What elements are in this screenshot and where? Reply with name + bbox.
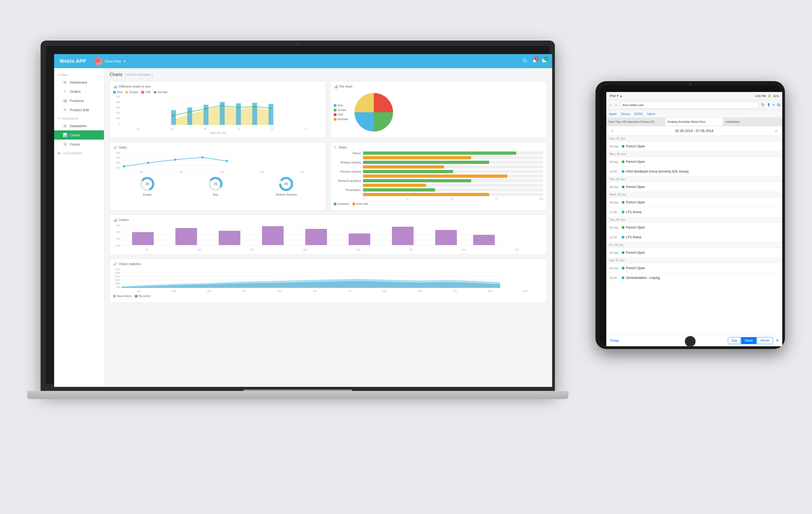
bookmark-apple[interactable]: Apple	[609, 112, 616, 116]
battery-level: 01%	[773, 94, 779, 98]
sidebar-item-datatables[interactable]: ⊞ Datatables	[54, 121, 104, 130]
event-dot	[622, 170, 625, 173]
chart5-title: 📊 Orders	[113, 218, 543, 222]
donut-row: 30 Europe 25	[113, 176, 323, 196]
chart3-canvas: 400300200100	[113, 151, 323, 173]
sidebar-label-product-edit: Product Edit	[70, 108, 89, 112]
event-dot	[622, 211, 625, 213]
donut-northern-america: 45 Northern America	[276, 176, 297, 196]
back-button[interactable]: ‹	[608, 102, 612, 108]
dashboard-icon: ⊞	[63, 80, 67, 84]
svg-point-31	[226, 160, 228, 162]
view-day-button[interactable]: Day	[728, 337, 741, 344]
cal-day-tue-03: Tue, 03 Jun	[606, 176, 782, 182]
app-user[interactable]: OP Oliver Parr ▾	[94, 57, 125, 65]
task-row-1: Report	[334, 151, 543, 155]
task-row-3: Partners meeting	[334, 170, 543, 173]
chart6-canvas: 30002500200015001000500	[113, 268, 543, 293]
chart1-title: 📊 Different charts in one	[113, 85, 323, 88]
add-event-button[interactable]: +	[776, 337, 779, 343]
svg-rect-45	[132, 232, 154, 245]
ios-status-bar: iPad ✦ ▲ 4:50 PM 🔋 01%	[606, 92, 782, 100]
view-week-button[interactable]: Week	[741, 337, 756, 344]
search-button[interactable]	[522, 58, 527, 64]
cal-day-wed-04: Wed, 04 Jun	[606, 192, 782, 198]
legend-item: Asia	[113, 91, 122, 94]
svg-point-19	[237, 106, 239, 109]
svg-rect-14	[268, 104, 273, 125]
task-row-2-inner	[334, 165, 543, 169]
donut-label-northern-america: Northern America	[276, 193, 297, 196]
sidebar-item-forms[interactable]: ☰ Forms	[54, 140, 104, 149]
sidebar-item-products[interactable]: ▤ Products	[54, 96, 104, 105]
task-row-3-inner	[334, 175, 543, 178]
event-dot	[622, 276, 625, 279]
pie-container: Asia Europe	[334, 91, 543, 134]
sidebar-label-forms: Forms	[70, 142, 80, 146]
ipad-screen-bezel: iPad ✦ ▲ 4:50 PM 🔋 01% ‹ › docs.we	[600, 85, 781, 345]
cal-prev-button[interactable]: ‹	[610, 128, 615, 133]
sidebar-item-dashboard[interactable]: ⊞ Dashboard	[54, 78, 104, 87]
reload-button[interactable]: ↻	[761, 102, 765, 108]
donut-europe: 30 Europe	[139, 176, 155, 196]
ios-browser-bar: ‹ › docs.webix.com ↻ ⬆ + ⧉	[606, 100, 782, 110]
sidebar-item-product-edit[interactable]: ✎ Product Edit	[54, 105, 104, 115]
bookmark-espn[interactable]: ESPN	[634, 112, 643, 116]
svg-point-17	[205, 108, 207, 110]
sidebar-item-charts[interactable]: 📊 Charts	[54, 130, 104, 140]
today-button[interactable]: Today	[610, 338, 619, 342]
new-tab-button[interactable]: +	[773, 102, 775, 108]
sidebar-item-orders[interactable]: ✓ Orders	[54, 87, 104, 96]
svg-point-16	[188, 111, 191, 113]
cal-event-row: 11:00 LTU Arena	[606, 207, 782, 217]
charts-top-row: 📊 Different charts in one Asia	[110, 81, 547, 138]
sidebar-label-orders: Orders	[70, 90, 81, 94]
url-bar[interactable]: docs.webix.com	[620, 101, 759, 109]
ipad-home-button[interactable]	[685, 336, 696, 347]
share-button[interactable]: ⬆	[767, 102, 770, 108]
chart1-xlabel: Sales per year	[113, 131, 323, 134]
notification-button-1[interactable]: 3	[532, 58, 537, 64]
chart5-xaxis: 50100150200250300350400	[121, 248, 543, 251]
chart6-legend: New visitors Recurrent	[113, 295, 543, 298]
sidebar-label-charts: Charts	[70, 133, 80, 137]
svg-point-0	[523, 59, 526, 62]
event-dot	[622, 267, 625, 269]
task-row-1-inner	[334, 156, 543, 159]
bookmark-disney[interactable]: Disney	[621, 112, 630, 116]
ios-tab-1[interactable]: Over Than 100 Interactive Demos of F...	[606, 118, 665, 126]
svg-point-30	[201, 156, 204, 158]
svg-line-1	[525, 61, 527, 62]
event-label: French Open	[626, 225, 645, 230]
forward-button[interactable]: ›	[614, 102, 618, 108]
header-icons: 3 1	[522, 58, 547, 64]
datatables-icon: ⊞	[63, 124, 67, 128]
time-display: 4:50 PM	[755, 94, 766, 98]
tabs-button[interactable]: ⧉	[777, 102, 780, 108]
cal-day-thu-05: Thu, 05 Jun	[606, 217, 782, 223]
url-text: docs.webix.com	[622, 103, 644, 107]
task-row-4: Research analytics	[334, 179, 543, 182]
ios-tab-2[interactable]: Creating Scheduler Webix Docs	[665, 118, 724, 126]
cal-day-sun-01: Sun, 01 Jun	[606, 136, 782, 142]
laptop: Webix APP OP Oliver Parr ▾	[40, 40, 555, 419]
notification-button-2[interactable]: 1	[542, 58, 547, 64]
legend-item: Average	[154, 91, 168, 94]
cal-next-button[interactable]: ›	[773, 128, 779, 133]
view-month-button[interactable]: Month	[757, 337, 773, 344]
svg-text:30: 30	[145, 182, 149, 186]
product-edit-icon: ✎	[63, 108, 67, 112]
bookmark-yahoo[interactable]: Yahoo	[647, 112, 655, 116]
chart-panel-bar-line: 📊 Different charts in one Asia	[110, 81, 326, 138]
legend-item: Recurrent	[135, 295, 150, 298]
tab-label-3: Initialization	[726, 120, 740, 123]
cal-event-row: All day French Open	[606, 223, 782, 232]
ios-status-right: 4:50 PM 🔋 01%	[755, 94, 779, 98]
svg-rect-49	[305, 229, 327, 245]
ios-tab-3[interactable]: Initialization	[724, 118, 782, 126]
cal-range-title: 01.06.2014 - 07.06.2014	[615, 129, 773, 133]
laptop-base	[27, 391, 569, 399]
event-label: French Open	[626, 185, 645, 189]
cal-view-buttons: Day Week Month	[728, 337, 773, 344]
sidebar-item-ui-examples[interactable]: ▶ UI Examples	[54, 149, 104, 157]
